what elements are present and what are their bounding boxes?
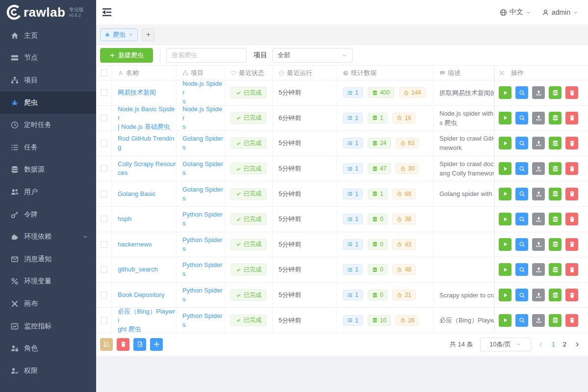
tasks-count-chip[interactable]: 1 <box>343 290 363 300</box>
data-button[interactable] <box>549 263 562 276</box>
page-button-2[interactable]: 2 <box>563 341 566 348</box>
search-input[interactable] <box>166 48 247 63</box>
bulk-move-button[interactable] <box>150 338 163 351</box>
spider-name-link[interactable]: hackernews <box>118 240 152 249</box>
data-button[interactable] <box>549 289 562 301</box>
sidebar-item-nodes[interactable]: 节点 <box>0 47 96 70</box>
upload-button[interactable] <box>532 188 545 200</box>
project-filter-select[interactable]: 全部 <box>272 48 353 63</box>
user-menu[interactable]: admin <box>542 8 578 16</box>
view-button[interactable] <box>515 213 528 225</box>
tasks-count-chip[interactable]: 1 <box>343 138 363 148</box>
tasks-count-chip[interactable]: 1 <box>343 315 363 326</box>
project-link[interactable]: Python Spider s <box>182 261 223 278</box>
upload-button[interactable] <box>532 137 545 149</box>
view-button[interactable] <box>515 112 528 124</box>
data-button[interactable] <box>549 162 562 175</box>
sidebar-item-canvas[interactable]: 画布 <box>0 293 96 315</box>
upload-button[interactable] <box>532 213 545 225</box>
upload-button[interactable] <box>532 112 545 124</box>
view-button[interactable] <box>515 263 528 276</box>
spider-name-link[interactable]: 网易技术新闻 <box>118 88 156 97</box>
delete-button[interactable] <box>565 162 578 175</box>
sidebar-collapse-icon[interactable] <box>101 6 113 18</box>
spider-name-link[interactable]: Book Depository <box>118 291 164 299</box>
sidebar-item-projects[interactable]: 项目 <box>0 69 96 92</box>
delete-button[interactable] <box>565 213 578 225</box>
data-button[interactable] <box>549 86 562 99</box>
close-icon[interactable] <box>128 32 133 37</box>
duration-chip[interactable]: 30 <box>396 163 419 174</box>
upload-button[interactable] <box>532 86 545 99</box>
row-checkbox[interactable] <box>101 115 107 122</box>
spider-name-link[interactable]: Golang Basic <box>118 190 155 198</box>
sidebar-item-spiders[interactable]: 爬虫 <box>0 92 96 114</box>
row-checkbox[interactable] <box>101 89 107 96</box>
project-link[interactable]: Golang Spider s <box>182 134 223 152</box>
spider-name-link[interactable]: 必应（Bing）Playwri ght 爬虫 <box>118 308 176 333</box>
project-link[interactable]: Node.js Spider s <box>182 80 224 106</box>
run-button[interactable] <box>499 137 511 149</box>
duration-chip[interactable]: 43 <box>392 239 415 250</box>
tasks-count-chip[interactable]: 1 <box>343 87 363 98</box>
results-count-chip[interactable]: 0 <box>368 214 388 224</box>
row-checkbox[interactable] <box>101 165 107 172</box>
duration-chip[interactable]: 144 <box>399 87 426 98</box>
results-count-chip[interactable]: 400 <box>368 87 394 98</box>
delete-button[interactable] <box>565 314 578 327</box>
run-button[interactable] <box>499 213 511 225</box>
language-selector[interactable]: 中文 <box>500 8 531 17</box>
row-checkbox[interactable] <box>101 292 107 298</box>
row-checkbox[interactable] <box>101 317 107 324</box>
results-count-chip[interactable]: 10 <box>368 315 391 326</box>
tasks-count-chip[interactable]: 1 <box>343 189 363 199</box>
project-link[interactable]: Golang Spider s <box>182 160 223 177</box>
results-count-chip[interactable]: 0 <box>368 290 388 300</box>
row-checkbox[interactable] <box>101 140 107 147</box>
duration-chip[interactable]: 38 <box>392 214 415 224</box>
spider-name-link[interactable]: github_search <box>118 265 158 274</box>
delete-button[interactable] <box>565 188 578 200</box>
delete-button[interactable] <box>565 86 578 99</box>
spider-name-link[interactable]: Rod GitHub Trending <box>118 134 176 152</box>
run-button[interactable] <box>499 112 511 124</box>
data-button[interactable] <box>549 213 562 225</box>
run-button[interactable] <box>499 86 511 99</box>
bulk-edit-button[interactable] <box>100 338 113 351</box>
add-tab-button[interactable] <box>142 28 154 41</box>
sidebar-item-tasks[interactable]: 任务 <box>0 136 96 159</box>
view-button[interactable] <box>515 137 528 149</box>
sidebar-item-schedules[interactable]: 定时任务 <box>0 114 96 136</box>
duration-chip[interactable]: 48 <box>392 264 415 275</box>
run-button[interactable] <box>499 162 511 175</box>
upload-button[interactable] <box>532 314 545 327</box>
sidebar-item-tokens[interactable]: 令牌 <box>0 203 96 226</box>
view-button[interactable] <box>515 314 528 327</box>
sidebar-item-datasources[interactable]: 数据源 <box>0 159 96 181</box>
tasks-count-chip[interactable]: 1 <box>343 163 363 174</box>
view-button[interactable] <box>515 188 528 200</box>
row-checkbox[interactable] <box>101 266 107 273</box>
sidebar-item-metrics[interactable]: 监控指标 <box>0 315 96 338</box>
project-link[interactable]: Python Spider s <box>182 312 223 329</box>
view-button[interactable] <box>515 162 528 175</box>
spider-name-link[interactable]: Colly Scrapy Resour ces <box>118 160 176 177</box>
run-button[interactable] <box>499 314 511 327</box>
data-button[interactable] <box>549 314 562 327</box>
sidebar-item-environment[interactable]: 环境变量 <box>0 270 96 293</box>
results-count-chip[interactable]: 0 <box>368 264 388 275</box>
spider-name-link[interactable]: Node.js Basic Spider | Node.js 基础爬虫 <box>118 106 176 131</box>
next-page-button[interactable] <box>574 342 580 347</box>
data-button[interactable] <box>549 112 562 124</box>
delete-button[interactable] <box>565 137 578 149</box>
duration-chip[interactable]: 62 <box>396 138 419 148</box>
duration-chip[interactable]: 26 <box>396 315 419 326</box>
delete-button[interactable] <box>565 263 578 276</box>
sidebar-item-home[interactable]: 主页 <box>0 24 96 47</box>
run-button[interactable] <box>499 188 511 200</box>
view-button[interactable] <box>515 238 528 251</box>
project-link[interactable]: Node.js Spider s <box>182 106 224 131</box>
results-count-chip[interactable]: 24 <box>368 138 391 148</box>
bulk-delete-button[interactable] <box>117 338 129 351</box>
row-checkbox[interactable] <box>101 216 107 222</box>
